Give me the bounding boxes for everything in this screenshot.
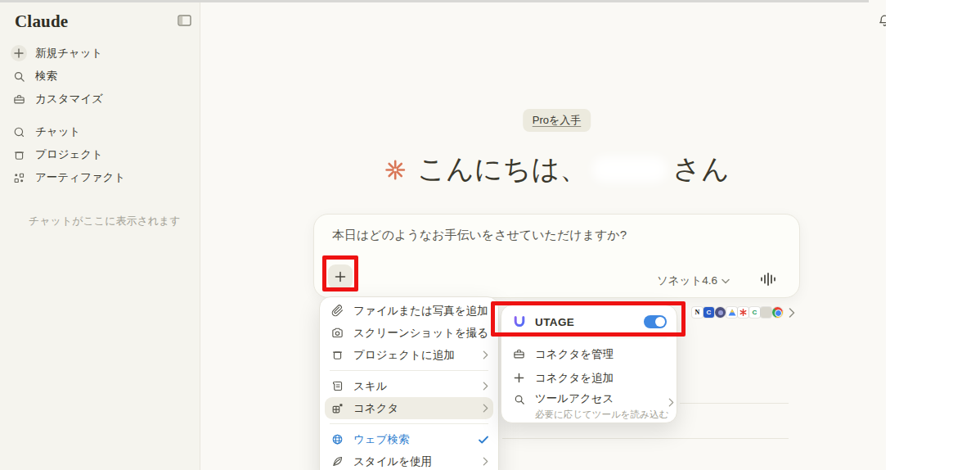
menu-item-label: コネクタ [353,401,398,416]
sidebar-nav: 新規チャット 検索 カスタマイズ チャット [0,42,200,189]
red-asterisk-app-icon [738,307,748,318]
sidebar-item-label: 新規チャット [35,46,102,61]
scroll-icon [330,380,345,392]
artifacts-grid-icon [11,169,27,186]
submenu-item-label: UTAGE [535,316,574,328]
sidebar-item-projects[interactable]: プロジェクト [0,143,200,166]
sidebar: Claude 新規チャット 検索 カスタマイズ [0,2,200,470]
menu-item-label: スキル [353,379,387,394]
utage-toggle-on[interactable] [644,315,667,328]
plus-icon [511,373,527,383]
menu-item-take-screenshot[interactable]: スクリーンショットを撮る [320,322,498,344]
utage-logo-icon [511,315,527,328]
chevron-right-icon [483,350,488,359]
menu-divider [330,423,488,424]
submenu-item-manage-connectors[interactable]: コネクタを管理 [501,342,677,366]
submenu-item-label: ツールアクセス [535,391,668,406]
gray-app-icon [761,307,771,318]
submenu-item-label: コネクタを管理 [535,347,614,362]
globe-icon [330,433,345,445]
chevron-right-icon [483,382,488,391]
notion-icon: N [692,307,703,318]
chevron-right-icon [483,457,488,466]
submenu-item-add-connector[interactable]: コネクタを追加 [501,366,677,390]
c-green-app-icon: C [749,307,760,318]
notifications-bell-icon[interactable] [878,14,886,31]
box-icon [11,147,27,163]
menu-divider [511,337,667,338]
chats-empty-note: チャットがここに表示されます [29,214,181,228]
submenu-item-utage[interactable]: UTAGE [501,310,677,333]
menu-item-add-files[interactable]: ファイルまたは写真を追加 [320,300,498,322]
greeting-suffix: さん [672,151,730,188]
get-pro-badge[interactable]: Proを入手 [523,109,591,132]
voice-dictation-icon[interactable] [760,272,776,290]
menu-item-connectors[interactable]: コネクタ [325,397,493,419]
submenu-item-label: コネクタを追加 [535,371,614,386]
sidebar-item-customize[interactable]: カスタマイズ [0,88,200,111]
attachment-menu: ファイルまたは写真を追加 スクリーンショットを撮る プロジェクトに追加 スキル [319,296,499,470]
greeting-prefix: こんにちは、 [417,151,587,188]
sidebar-item-label: カスタマイズ [35,92,103,106]
chrome-icon [772,307,783,318]
chevron-right-icon[interactable] [789,308,795,318]
box-icon [330,349,345,361]
sidebar-item-label: チャット [35,124,80,139]
composer-placeholder: 本日はどのようなお手伝いをさせていただけますか? [332,228,627,243]
toolbox-icon [11,91,27,107]
sidebar-item-label: アーティファクト [35,170,125,185]
menu-item-label: ファイルまたは写真を追加 [353,304,488,319]
connected-apps-strip[interactable]: N C C [692,307,795,318]
redacted-user-name [592,156,668,183]
sidebar-item-search[interactable]: 検索 [0,65,200,88]
window-outside-area [886,0,980,470]
chevron-down-icon [722,278,730,284]
chat-bubble-icon [11,124,27,140]
chevron-right-icon [668,398,674,407]
claude-app-window: Claude 新規チャット 検索 カスタマイズ [0,0,886,470]
chevron-right-icon [483,404,488,413]
sidebar-item-label: 検索 [35,69,57,84]
menu-item-label: ウェブ検索 [353,432,409,447]
google-drive-icon [726,307,737,318]
model-selector[interactable]: ソネット4.6 [657,273,730,288]
camera-icon [330,327,345,339]
quill-pen-icon [330,455,345,468]
list-divider [502,438,789,439]
submenu-item-tool-access[interactable]: ツールアクセス 必要に応じてツールを読み込む [501,390,677,421]
circle-app-icon [715,307,726,318]
c-blue-app-icon: C [704,307,714,318]
claude-logo: Claude [15,11,68,32]
claude-star-icon [384,159,406,181]
sidebar-collapse-icon[interactable] [178,15,191,29]
sidebar-item-chats[interactable]: チャット [0,120,200,143]
menu-item-label: プロジェクトに追加 [353,348,455,363]
menu-item-label: スクリーンショットを撮る [353,326,488,341]
attach-plus-button[interactable] [328,264,353,289]
menu-item-add-to-project[interactable]: プロジェクトに追加 [320,344,498,366]
list-divider [680,403,789,404]
search-icon [511,394,527,405]
menu-divider [330,370,488,371]
sidebar-item-new-chat[interactable]: 新規チャット [0,42,200,65]
sidebar-item-label: プロジェクト [35,147,103,162]
check-icon [479,436,488,444]
connector-grid-icon [330,402,345,414]
menu-item-skills[interactable]: スキル [320,375,498,397]
menu-item-use-style[interactable]: スタイルを使用 [320,450,498,470]
search-icon [11,68,27,84]
greeting-heading: こんにちは、 さん [384,151,730,188]
connectors-submenu: UTAGE コネクタを管理 コネクタを追加 ツールアクセス 必要に応じてツールを… [501,305,677,423]
sidebar-item-artifacts[interactable]: アーティファクト [0,166,200,189]
paperclip-icon [330,305,345,317]
toggle-knob [655,317,665,327]
model-selector-label: ソネット4.6 [657,273,717,288]
plus-icon [11,45,27,61]
toolbox-icon [511,348,527,360]
menu-item-web-search[interactable]: ウェブ検索 [320,428,498,450]
submenu-item-sublabel: 必要に応じてツールを読み込む [535,409,668,421]
menu-item-label: スタイルを使用 [353,454,432,469]
message-composer[interactable]: 本日はどのようなお手伝いをさせていただけますか? ソネット4.6 [313,214,800,298]
